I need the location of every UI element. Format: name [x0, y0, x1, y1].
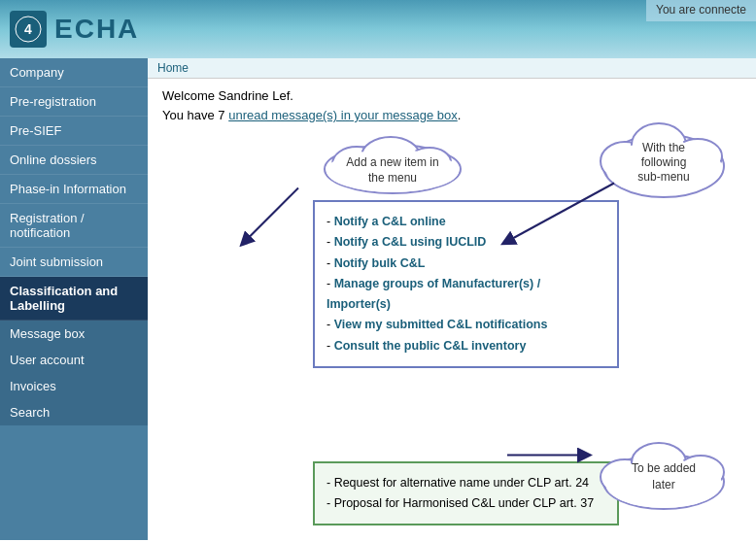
cloud-sub-menu: With the following sub-menu [596, 108, 732, 205]
green-item-harmonised: - Proposal for Harmonised C&L under CLP … [326, 493, 605, 514]
cloud-add-item: Add a new item in the menu [318, 125, 468, 198]
menu-item-notify-bulk: - Notify bulk C&L [326, 254, 605, 274]
breadcrumb-home[interactable]: Home [157, 61, 189, 75]
menu-item-manage-groups: - Manage groups of Manufacturer(s) / Imp… [326, 274, 605, 316]
menu-item-notify-online: - Notify a C&L online [326, 212, 605, 232]
green-item-alt-name: - Request for alternative name under CLP… [326, 473, 605, 493]
sidebar-item-phasein[interactable]: Phase-in Information [0, 175, 148, 204]
green-box: - Request for alternative name under CLP… [313, 461, 619, 526]
sidebar-item-online-dossiers[interactable]: Online dossiers [0, 146, 148, 175]
svg-text:later: later [652, 478, 674, 491]
sidebar-item-preregistration[interactable]: Pre-registration [0, 87, 148, 117]
svg-text:Add a new item in: Add a new item in [346, 155, 438, 169]
menu-item-notify-iuclid: - Notify a C&L using IUCLID [326, 232, 605, 253]
layout: Company Pre-registration Pre-SIEF Online… [0, 58, 756, 540]
menu-item-view-submitted: - View my submitted C&L notifications [326, 315, 605, 335]
connected-bar: You are connecte [646, 0, 756, 21]
sidebar-item-invoices[interactable]: Invoices [0, 373, 148, 399]
menu-box: - Notify a C&L online - Notify a C&L usi… [313, 200, 619, 368]
svg-text:sub-menu: sub-menu [637, 170, 689, 184]
main-content: Welcome Sandrine Lef. You have 7 unread … [148, 79, 756, 540]
logo-icon: 4 [10, 11, 47, 48]
logo: 4 ECHA [10, 11, 139, 48]
welcome-message: Welcome Sandrine Lef. [162, 88, 741, 103]
sidebar-item-joint[interactable]: Joint submission [0, 248, 148, 277]
svg-text:the menu: the menu [368, 171, 417, 185]
svg-text:To be added: To be added [632, 461, 696, 475]
cloud-to-be-added: To be added later [596, 428, 732, 516]
unread-message-link[interactable]: unread message(s) in your message box [228, 108, 458, 122]
logo-text: ECHA [54, 14, 139, 45]
sidebar-item-search[interactable]: Search [0, 399, 148, 425]
sidebar: Company Pre-registration Pre-SIEF Online… [0, 58, 148, 540]
svg-text:With the: With the [642, 141, 685, 154]
sidebar-item-useraccount[interactable]: User account [0, 347, 148, 373]
sidebar-item-classification[interactable]: Classification and Labelling [0, 277, 148, 321]
topbar: Home [148, 58, 756, 79]
sidebar-item-messagebox[interactable]: Message box [0, 321, 148, 347]
sidebar-item-registration[interactable]: Registration / notification [0, 204, 148, 248]
sidebar-item-company[interactable]: Company [0, 58, 148, 87]
svg-text:4: 4 [24, 21, 32, 37]
svg-text:following: following [641, 155, 687, 169]
header: 4 ECHA You are connecte [0, 0, 756, 58]
menu-item-consult-inventory: - Consult the public C&L inventory [326, 336, 605, 356]
sidebar-item-presief[interactable]: Pre-SIEF [0, 117, 148, 146]
